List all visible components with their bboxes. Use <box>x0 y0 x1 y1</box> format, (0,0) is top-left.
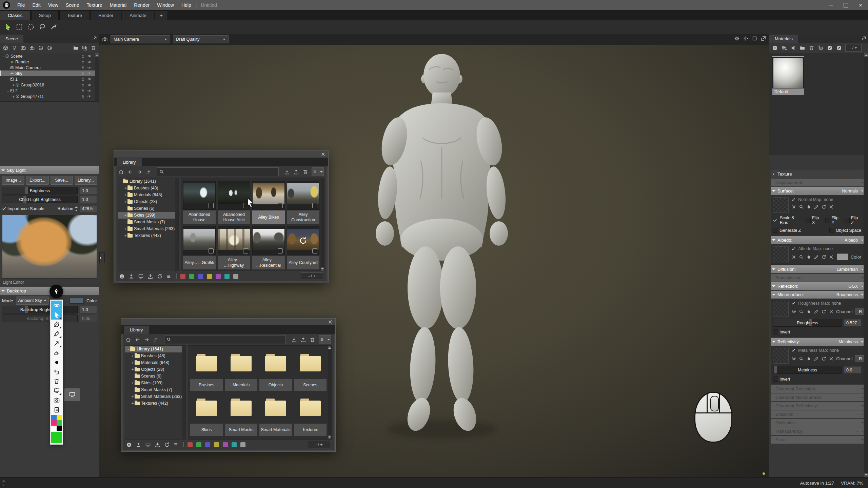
albedo-map-thumbnail[interactable] <box>773 246 789 262</box>
delete-icon[interactable] <box>310 337 315 343</box>
tree-row-smart-masks[interactable]: Smart Masks (7) <box>125 386 185 393</box>
item-checkbox[interactable] <box>278 248 283 253</box>
backdrop-color-swatch[interactable] <box>70 298 84 304</box>
map-edit-icon[interactable] <box>814 356 819 361</box>
lock-icon[interactable] <box>81 88 85 93</box>
ball-icon[interactable] <box>126 442 132 448</box>
back-icon[interactable] <box>135 337 140 343</box>
screen-visibility-tool[interactable] <box>51 301 62 310</box>
map-reload-icon[interactable] <box>821 309 826 314</box>
tag-swatch-indigo[interactable] <box>205 442 210 447</box>
normal-map-thumbnail[interactable] <box>773 197 789 213</box>
section-clearcoat-microsurface[interactable]: Clearcoat Microsurface: - <box>771 393 864 401</box>
section-reflection[interactable]: Reflection: GGX <box>771 282 864 290</box>
popout-view-icon[interactable] <box>761 36 766 41</box>
sky-item[interactable]: Alley... ...Graffiti <box>183 226 216 269</box>
folder-item-smart-materials[interactable]: Smart Materials <box>259 393 292 436</box>
screen-icon[interactable] <box>138 273 144 279</box>
add-object-icon[interactable] <box>3 45 8 51</box>
backdrop-brightness-value[interactable]: 1.0 <box>79 306 97 313</box>
clear-all-tool[interactable] <box>51 377 62 386</box>
tree-row-scene[interactable]: - Scene <box>0 53 99 59</box>
rotation-value[interactable]: 428.5 <box>79 205 97 212</box>
material-thumbnail-default[interactable] <box>772 56 804 88</box>
visibility-icon[interactable] <box>87 65 92 70</box>
expander[interactable]: - <box>6 77 10 81</box>
popout-icon[interactable] <box>862 36 866 41</box>
folder-item-skies[interactable]: Skies <box>190 393 223 436</box>
map-settings-icon[interactable] <box>791 255 796 260</box>
import-icon[interactable] <box>291 337 297 343</box>
tree-row-group32018[interactable]: + Group32018 <box>0 82 99 88</box>
thumbnail-zoom-control[interactable]: - / + <box>301 272 323 280</box>
add-primitive-icon[interactable] <box>38 45 44 51</box>
tree-row-textures[interactable]: +Textures (442) <box>125 400 185 407</box>
map-clear-icon[interactable] <box>829 309 834 314</box>
split-view-icon[interactable] <box>743 36 749 41</box>
add-material-icon[interactable] <box>47 45 53 51</box>
tag-swatch-olive[interactable] <box>207 274 212 279</box>
section-emission[interactable]: Emission: - <box>771 410 864 418</box>
map-preview-icon[interactable] <box>806 356 811 361</box>
home-icon[interactable] <box>118 169 124 175</box>
quality-select[interactable]: Draft Quality <box>173 35 229 43</box>
console-icon[interactable] <box>2 483 6 487</box>
backdrop-brightness-slider[interactable]: Backdrop Brightness <box>2 306 78 313</box>
grid-scrollbar[interactable] <box>328 346 331 439</box>
tab-materials[interactable]: Materials <box>769 35 798 43</box>
tree-row-scenes[interactable]: Scenes (6) <box>118 205 178 212</box>
thumbnail-zoom-control[interactable]: - / + <box>308 441 330 448</box>
ball-icon[interactable] <box>119 273 125 279</box>
delete-icon[interactable] <box>91 45 96 51</box>
library-button[interactable]: Library... <box>75 176 97 185</box>
screen-icon[interactable] <box>145 442 151 448</box>
tree-row-smart-materials[interactable]: +Smart Materials (263) <box>125 393 185 400</box>
flip-y-checkbox[interactable] <box>825 218 830 223</box>
tree-row-brushes[interactable]: +Brushes (48) <box>118 185 178 191</box>
download-icon[interactable] <box>147 273 153 279</box>
roughness-map-thumbnail[interactable] <box>773 301 789 317</box>
save-button[interactable]: Save... <box>51 176 73 185</box>
whiteboard-tool[interactable] <box>51 386 62 395</box>
tree-row-smart-masks[interactable]: Smart Masks (7) <box>118 219 178 225</box>
eraser-tool[interactable] <box>51 348 62 358</box>
menu-material[interactable]: Material <box>106 0 130 10</box>
rotation-stepper[interactable] <box>75 205 78 212</box>
tab-classic[interactable]: Classic <box>0 11 31 20</box>
map-clear-icon[interactable] <box>829 255 834 260</box>
expander[interactable]: + <box>12 95 15 99</box>
close-button[interactable]: × <box>853 0 868 10</box>
tag-swatch-grey[interactable] <box>240 442 245 447</box>
menu-view[interactable]: View <box>44 0 62 10</box>
tree-row-sky[interactable]: Sky <box>0 70 99 76</box>
tag-swatch-purple[interactable] <box>223 442 228 447</box>
map-browse-icon[interactable] <box>799 204 804 209</box>
roughness-slider[interactable]: Roughness <box>773 319 842 327</box>
up-folder-icon[interactable] <box>146 169 152 175</box>
home-icon[interactable] <box>125 337 131 343</box>
tree-row-render[interactable]: Render <box>0 59 99 65</box>
menu-help[interactable]: Help <box>178 0 195 10</box>
camera-select[interactable]: Main Camera <box>111 35 170 43</box>
check-icon[interactable] <box>791 247 795 251</box>
tree-row-1[interactable]: - 1 <box>0 76 99 82</box>
tree-scrollbar[interactable] <box>182 346 185 439</box>
section-albedo[interactable]: Albedo: Albedo <box>771 236 864 244</box>
tree-row-library[interactable]: -Library (1641) <box>118 178 178 185</box>
sky-item[interactable]: Abandoned House Attic <box>218 181 250 224</box>
image-button[interactable]: Image... <box>2 176 24 185</box>
tree-row-2[interactable]: - 2 <box>0 88 99 94</box>
add-camera-icon[interactable] <box>20 45 26 51</box>
map-edit-icon[interactable] <box>814 204 819 209</box>
map-clear-icon[interactable] <box>829 356 834 361</box>
map-settings-icon[interactable] <box>791 356 796 361</box>
folder-item-textures[interactable]: Textures <box>294 393 327 436</box>
import-icon[interactable] <box>284 169 290 175</box>
scene-tree-scrollbar[interactable] <box>95 53 99 101</box>
close-icon[interactable] <box>328 320 333 324</box>
tree-row-group47711[interactable]: + Group47711 <box>0 94 99 99</box>
tree-row-smart-materials[interactable]: +Smart Materials (263) <box>118 225 178 232</box>
tree-row-library[interactable]: -Library (1641) <box>125 346 185 352</box>
map-settings-icon[interactable] <box>791 309 796 314</box>
tag-swatch-grey[interactable] <box>233 274 238 279</box>
